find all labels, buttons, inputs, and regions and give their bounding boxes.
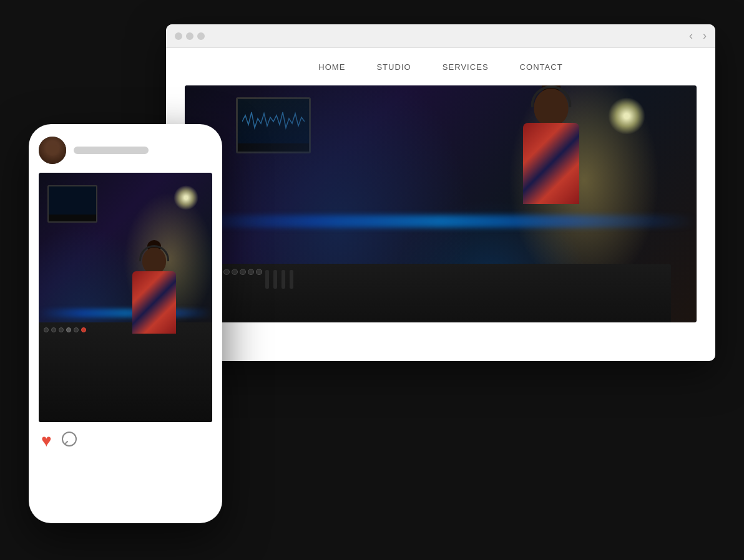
studio-photo-phone [39,173,212,422]
mixer-controls [210,264,671,295]
phone-dj-body [132,271,176,334]
phone-knob-3 [59,327,64,332]
post-image [39,173,212,422]
dj-head [534,89,569,126]
mixer-fader-4[interactable] [290,270,293,289]
avatar[interactable] [39,137,66,164]
main-scene: ‹ › HOME STUDIO SERVICES CONTACT [29,24,715,536]
dj-body [523,123,579,204]
comment-button[interactable] [61,431,78,451]
mixer-fader-2[interactable] [273,270,277,289]
phone-knob-red [81,327,86,332]
phone-monitor-screen [49,186,96,215]
dj-person-browser [482,89,620,263]
browser-back-button[interactable]: ‹ [689,29,693,42]
username-placeholder [74,147,149,154]
nav-home[interactable]: HOME [318,62,345,72]
mixer-fader-1[interactable] [265,270,269,289]
avatar-face [39,137,66,164]
website-navbar: HOME STUDIO SERVICES CONTACT [166,48,715,85]
monitor-screen [238,99,309,143]
browser-dot-1[interactable] [175,32,182,40]
mixer-knob-3 [232,269,238,275]
like-button[interactable]: ♥ [41,432,52,450]
dj-person-phone [114,248,195,372]
phone-post-content: ♥ [29,124,222,461]
browser-forward-button[interactable]: › [703,29,707,42]
browser-dot-2[interactable] [186,32,193,40]
mixer-knob-5 [248,269,254,275]
phone-knob-4 [66,327,71,332]
browser-nav-arrows: ‹ › [689,29,707,42]
dj-mixer [210,264,671,322]
post-actions: ♥ [39,431,212,451]
phone-knob-2 [51,327,56,332]
equipment-area [185,216,697,322]
browser-window: ‹ › HOME STUDIO SERVICES CONTACT [166,24,715,361]
nav-contact[interactable]: CONTACT [520,62,563,72]
phone-studio-monitor [47,185,97,223]
browser-dots [175,32,205,40]
studio-monitor [236,97,311,153]
mixer-knob-6 [256,269,262,275]
phone-mockup: ♥ [29,124,222,523]
svg-point-0 [62,432,76,446]
browser-dot-3[interactable] [197,32,205,40]
browser-hero-image [185,85,697,322]
browser-titlebar: ‹ › [166,24,715,48]
phone-knob-1 [44,327,49,332]
studio-photo-browser [185,85,697,322]
mixer-knob-2 [223,269,230,275]
mixer-knob-4 [240,269,246,275]
nav-studio[interactable]: STUDIO [376,62,411,72]
mixer-fader-3[interactable] [281,270,285,289]
nav-services[interactable]: SERVICES [443,62,489,72]
phone-dj-head [142,248,166,274]
studio-spotlight [608,97,645,135]
browser-content: HOME STUDIO SERVICES CONTACT [166,48,715,322]
phone-spotlight [174,185,198,210]
post-header [39,137,212,164]
phone-knob-5 [74,327,79,332]
